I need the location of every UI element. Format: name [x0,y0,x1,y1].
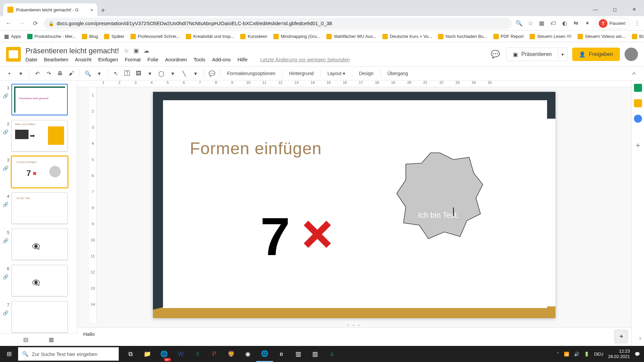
edge-icon[interactable]: 🌐99+ [156,346,172,362]
notification-center-icon[interactable]: 💬 [635,352,640,357]
bookmark-item[interactable]: Mindmapping (Gru... [273,34,321,39]
move-doc-icon[interactable]: ▣ [133,47,139,54]
menu-datei[interactable]: Datei [25,57,37,62]
bookmark-item[interactable]: Deutsche Kurs + Vo... [382,34,432,39]
comments-icon[interactable]: 💬 [488,48,502,61]
bookmark-item[interactable]: Kursideen [240,34,267,39]
print-button[interactable]: 🖶 [55,69,65,78]
menu-format[interactable]: Format [125,57,141,62]
bookmark-item[interactable]: Steuern Lesen !!!! [530,34,572,39]
extensions-icon[interactable]: ✦ [584,20,591,27]
calendar-panel-icon[interactable] [634,84,642,92]
slide-canvas[interactable]: Formen einfügen 7 Ich bin Text. [153,92,555,318]
bookmark-item[interactable]: Produktsuche - Mer... [27,34,76,39]
incognito-icon[interactable]: ◐ [561,20,568,27]
minimize-window-button[interactable]: — [586,3,605,16]
tray-expand-icon[interactable]: ˄ [557,352,559,357]
battery-icon[interactable]: 🔋 [584,352,589,357]
new-slide-dropdown[interactable]: ▾ [16,69,25,78]
present-button[interactable]: ▣ Präsentieren [506,48,558,61]
forward-button[interactable]: → [17,18,27,28]
notes-drag-handle[interactable]: • • • [77,323,631,327]
start-button[interactable]: ⊞ [0,346,18,362]
powerpoint-icon[interactable]: P [206,346,223,362]
explore-button[interactable]: ✦ [614,330,628,343]
transition-button[interactable]: Übergang [384,71,412,76]
design-button[interactable]: Design [356,71,377,76]
app-icon[interactable]: ▥ [290,346,307,362]
red-x-shape[interactable] [302,219,332,249]
url-bar[interactable]: 🔒 docs.google.com/presentation/d/1yV372S… [44,18,512,29]
slide-thumb-6[interactable]: 👁‍🗨 [11,265,68,296]
word-icon[interactable]: W [172,346,189,362]
menu-folie[interactable]: Folie [148,57,159,62]
qr-icon[interactable]: ▦ [538,20,545,27]
menu-ansicht[interactable]: Ansicht [75,57,92,62]
bookmark-item[interactable]: PDF Report [493,34,524,39]
image-tool[interactable]: 🖼 [134,69,143,78]
new-slide-button[interactable]: ＋ [5,69,14,78]
close-tab-icon[interactable]: × [90,7,93,13]
menu-hilfe[interactable]: Hilfe [237,57,248,62]
spotify-icon[interactable]: ♫ [323,346,340,362]
bookmark-item[interactable]: Noch hochladen Bu... [438,34,487,39]
slide-thumb-4[interactable]: Ich bin Text. [11,192,68,224]
close-window-button[interactable]: ✕ [625,3,644,16]
background-button[interactable]: Hintergrund [286,71,317,76]
explorer-icon[interactable]: 📁 [139,346,156,362]
seal-shape[interactable] [394,150,485,241]
user-avatar[interactable] [625,48,638,61]
line-dropdown[interactable]: ▾ [191,69,200,78]
format-options-button[interactable]: Formatierungsoptionen [224,71,279,76]
seal-text[interactable]: Ich bin Text. [418,211,459,220]
star-icon[interactable]: ☆ [527,20,534,27]
bookmark-item[interactable]: Büro [632,34,644,39]
grid-view-icon[interactable]: ▦ [49,336,54,343]
filmstrip-view-icon[interactable]: ▤ [23,336,29,343]
speaker-notes[interactable]: Hallo [77,327,631,346]
back-button[interactable]: ← [3,18,13,28]
tray-clock[interactable]: 12:23 26.02.2021 [608,349,630,359]
collapse-toolbar-icon[interactable]: ㅅ [631,70,639,77]
undo-button[interactable]: ↶ [33,69,42,78]
layout-button[interactable]: Layout ▾ [324,71,348,76]
image-dropdown[interactable]: ▾ [145,69,155,78]
maximize-window-button[interactable]: ◻ [605,3,625,16]
cloud-status-icon[interactable]: ☁ [144,47,149,54]
vertical-ruler[interactable]: 1234567891011121314 [89,87,97,323]
bookmark-item[interactable]: Steuern Videos wic... [578,34,626,39]
shape-tool[interactable]: ◯ [157,69,166,78]
slide-thumb-2[interactable]: Bilder und Grafiken ➡ [11,120,68,152]
bookmark-item[interactable]: Später [104,34,124,39]
new-tab-button[interactable]: + [97,5,109,16]
menu-anordnen[interactable]: Anordnen [165,57,187,62]
textbox-tool[interactable]: 🅃 [122,69,132,78]
select-tool[interactable]: ↖ [111,69,120,78]
brave-icon[interactable]: 🦁 [223,346,239,362]
shape-dropdown[interactable]: ▾ [168,69,177,78]
slide-title-text[interactable]: Formen einfügen [190,139,322,158]
big-number-text[interactable]: 7 [260,206,290,267]
taskbar-search[interactable]: 🔍 Zur Suche Text hier eingeben [18,347,119,361]
chrome-icon[interactable]: 🌐 [256,346,273,362]
reload-button[interactable]: ⟳ [30,18,40,28]
keep-panel-icon[interactable] [634,99,642,107]
share-button[interactable]: 👤 Freigeben [572,48,620,61]
slide-thumb-5[interactable]: 👁‍🗨 [11,229,68,260]
tasks-panel-icon[interactable] [634,115,642,123]
profile-paused-button[interactable]: T Pausiert [595,18,629,29]
excel-icon[interactable]: X [189,346,206,362]
bookmark-item[interactable]: Professionell Schrei... [130,34,180,39]
task-view-icon[interactable]: ⧉ [122,346,139,362]
menu-addons[interactable]: Add-ons [212,57,231,62]
zoom-icon[interactable]: 🔍 [515,20,523,27]
document-title[interactable]: Präsentieren leicht gemacht! [25,47,119,55]
app-icon-2[interactable]: ▥ [307,346,323,362]
price-tag-icon[interactable]: 🏷 [549,20,557,27]
sync-icon[interactable]: ⇆ [572,20,580,27]
present-dropdown[interactable]: ▾ [558,48,568,61]
star-doc-icon[interactable]: ☆ [124,47,129,54]
menu-einfuegen[interactable]: Einfügen [98,57,118,62]
menu-bearbeiten[interactable]: Bearbeiten [44,57,68,62]
edge2-icon[interactable]: e [273,346,290,362]
